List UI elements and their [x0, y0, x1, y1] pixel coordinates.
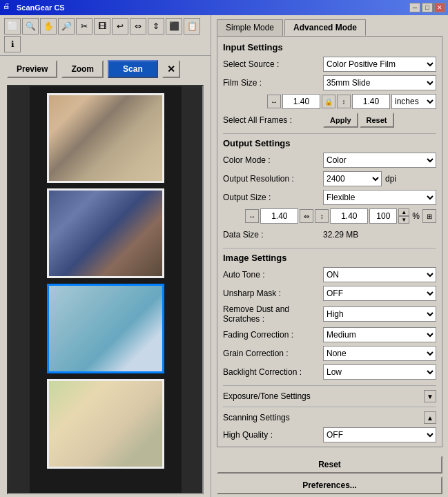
out-height-input[interactable] [330, 208, 368, 224]
high-quality-control: OFF [323, 427, 436, 442]
grain-select[interactable]: None [323, 346, 436, 361]
film-frame-1[interactable] [47, 93, 164, 183]
select-all-label: Select All Frames : [223, 115, 323, 125]
out-lock-icon[interactable]: ⇔ [300, 209, 313, 223]
move-tool-button[interactable]: ✋ [40, 18, 57, 35]
dust-label: Remove Dust and Scratches : [223, 304, 323, 324]
info-button[interactable]: ℹ [4, 36, 21, 52]
flip-button[interactable]: ⇔ [130, 18, 146, 35]
film-size-control: 35mm Slide [323, 75, 436, 90]
input-settings-section: Input Settings Select Source : Color Pos… [223, 42, 436, 128]
exposure-label: Exposure/Tone Settings [223, 391, 424, 401]
scanning-expand-btn[interactable]: ▲ [424, 411, 436, 424]
zoom-button[interactable]: Zoom [61, 60, 104, 78]
rotate-button[interactable]: ↩ [112, 18, 128, 35]
maximize-button[interactable]: □ [422, 3, 433, 12]
output-settings-section: Output Settings Color Mode : Color Outpu… [223, 138, 436, 242]
height-input[interactable] [352, 94, 390, 109]
data-size-label: Data Size : [223, 230, 323, 240]
mirror-button[interactable]: ⇕ [148, 18, 164, 35]
backlight-row: Backlight Correction : Low [223, 364, 436, 380]
tab-simple[interactable]: Simple Mode [217, 19, 283, 36]
reset-input-button[interactable]: Reset [360, 113, 394, 128]
auto-tone-row: Auto Tone : ON [223, 267, 436, 282]
window-controls: ─ □ ✕ [409, 3, 445, 12]
right-panel: Simple Mode Advanced Mode Input Settings… [211, 15, 448, 497]
select-all-row: Select All Frames : Apply Reset [223, 113, 436, 128]
magnify-button[interactable]: 🔎 [58, 18, 75, 35]
width-icon: ↔ [267, 95, 281, 108]
tabs: Simple Mode Advanced Mode [211, 15, 448, 36]
preferences-button[interactable]: Preferences... [217, 476, 442, 494]
separator-4 [223, 407, 436, 407]
grain-control: None [323, 346, 436, 361]
output-size-select[interactable]: Flexible [323, 190, 436, 205]
film-frame-4[interactable] [47, 379, 164, 469]
minimize-button[interactable]: ─ [409, 3, 420, 12]
output-size-row: Output Size : Flexible [223, 190, 436, 205]
apply-button[interactable]: Apply [323, 113, 358, 128]
auto-tone-control: ON [323, 267, 436, 282]
left-panel: ⬜ 🔍 ✋ 🔎 ✂ 🎞 ↩ ⇔ ⇕ ⬛ 📋 ℹ Preview Zoom Sca… [0, 15, 211, 497]
percent-spinner[interactable]: ▲ ▼ [398, 208, 409, 224]
scan-button[interactable]: Scan [108, 60, 158, 78]
high-quality-select[interactable]: OFF [323, 427, 436, 442]
scanning-expander[interactable]: Scanning Settings ▲ [223, 411, 436, 424]
source-label: Select Source : [223, 59, 323, 69]
unit-select[interactable]: inches [391, 94, 436, 109]
source-select[interactable]: Color Positive Film [323, 57, 436, 72]
photo-thumbnail-2 [49, 191, 162, 276]
film-button[interactable]: 🎞 [94, 18, 110, 35]
reset-bottom-button[interactable]: Reset [217, 456, 442, 474]
dust-row: Remove Dust and Scratches : High [223, 304, 436, 324]
dust-select[interactable]: High [323, 306, 436, 322]
auto-tone-select[interactable]: ON [323, 267, 436, 282]
spin-down[interactable]: ▼ [398, 216, 409, 224]
grain-label: Grain Correction : [223, 349, 323, 358]
select-tool-button[interactable]: ⬜ [4, 18, 21, 35]
resolution-select[interactable]: 2400 [323, 171, 382, 186]
unsharp-select[interactable]: OFF [323, 286, 436, 301]
resolution-row: Output Resolution : 2400 dpi [223, 171, 436, 186]
film-strip [30, 86, 182, 493]
out-width-input[interactable] [260, 208, 298, 224]
title-bar: 🖨 ScanGear CS ─ □ ✕ [0, 0, 448, 15]
spin-up[interactable]: ▲ [398, 208, 409, 216]
crop-button[interactable]: ✂ [76, 18, 92, 35]
width-input[interactable] [282, 94, 320, 109]
film-frame-3[interactable] [47, 284, 164, 373]
auto-tone-label: Auto Tone : [223, 270, 323, 280]
fading-label: Fading Correction : [223, 330, 323, 340]
separator-2 [223, 248, 436, 248]
backlight-select[interactable]: Low [323, 364, 436, 380]
source-control: Color Positive Film [323, 57, 436, 72]
color-mode-select[interactable]: Color [323, 153, 436, 168]
exposure-expander[interactable]: Exposure/Tone Settings ▼ [223, 390, 436, 402]
frame-button[interactable]: ⬛ [166, 18, 182, 35]
color-mode-label: Color Mode : [223, 155, 323, 165]
data-size-value: 32.29 MB [323, 230, 358, 240]
film-size-select[interactable]: 35mm Slide [323, 75, 436, 90]
lock-icon[interactable]: 🔒 [322, 95, 335, 108]
film-frame-2[interactable] [47, 188, 164, 278]
dimensions-row: ↔ 🔒 ↕ inches [223, 94, 436, 109]
preview-button[interactable]: Preview [7, 60, 57, 78]
output-size-label: Output Size : [223, 193, 323, 202]
percent-input[interactable] [369, 208, 397, 224]
fading-select[interactable]: Medium [323, 327, 436, 342]
tab-advanced[interactable]: Advanced Mode [284, 19, 366, 36]
exposure-expand-btn[interactable]: ▼ [424, 390, 436, 402]
copy-button[interactable]: 📋 [184, 18, 200, 35]
image-settings-section: Image Settings Auto Tone : ON Unsharp Ma… [223, 253, 436, 380]
fading-row: Fading Correction : Medium [223, 327, 436, 342]
separator-5 [223, 447, 436, 447]
dpi-label: dpi [385, 174, 396, 184]
grid-icon[interactable]: ⊞ [422, 209, 436, 223]
close-button[interactable]: ✕ [162, 60, 180, 78]
input-settings-title: Input Settings [223, 42, 436, 52]
preview-area [7, 85, 204, 494]
scanning-label: Scanning Settings [223, 413, 424, 422]
zoom-select-button[interactable]: 🔍 [22, 18, 39, 35]
close-window-button[interactable]: ✕ [434, 3, 445, 12]
photo-thumbnail-4 [49, 381, 162, 467]
